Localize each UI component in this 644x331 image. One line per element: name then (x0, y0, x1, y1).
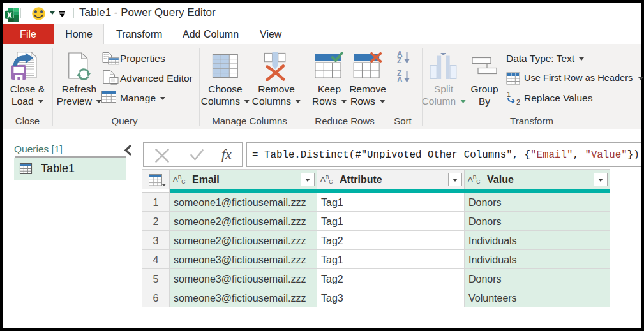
svg-text:1: 1 (507, 91, 511, 98)
svg-text:2: 2 (516, 98, 520, 106)
